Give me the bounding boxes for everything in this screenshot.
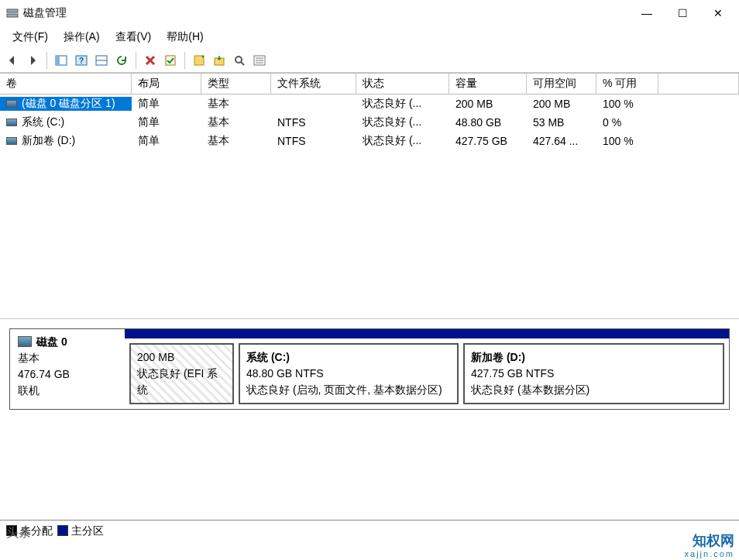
th-fs[interactable]: 文件系统	[271, 74, 356, 94]
partition-size: 427.75 GB NTFS	[471, 366, 717, 382]
td-volume-label: (磁盘 0 磁盘分区 1)	[22, 97, 115, 109]
th-layout[interactable]: 布局	[132, 74, 201, 94]
back-button[interactable]	[3, 51, 22, 70]
console-pane-button[interactable]	[92, 51, 111, 70]
menu-help[interactable]: 帮助(H)	[159, 27, 211, 47]
td-free: 53 MB	[527, 116, 596, 129]
partition-size: 48.80 GB NTFS	[246, 366, 451, 382]
td-volume: 新加卷 (D:)	[0, 134, 132, 148]
td-volume: 系统 (C:)	[0, 115, 132, 129]
legend-primary: 主分区	[71, 524, 104, 537]
disk-icon	[18, 336, 32, 347]
mount-button[interactable]	[210, 51, 229, 70]
table-row[interactable]: (磁盘 0 磁盘分区 1)简单基本状态良好 (...200 MB200 MB10…	[0, 94, 739, 113]
disk-size: 476.74 GB	[18, 366, 117, 383]
search-button[interactable]	[230, 51, 249, 70]
legend: 未分配 主分区	[0, 520, 739, 542]
menu-action[interactable]: 操作(A)	[56, 27, 108, 47]
td-pctfree: 0 %	[596, 116, 658, 129]
partition[interactable]: 200 MB状态良好 (EFI 系统	[129, 343, 234, 404]
close-button[interactable]: ✕	[700, 2, 736, 25]
svg-rect-3	[56, 56, 60, 65]
properties-button[interactable]	[250, 51, 269, 70]
help-button[interactable]: ?	[72, 51, 91, 70]
partition[interactable]: 新加卷 (D:)427.75 GB NTFS状态良好 (基本数据分区)	[463, 343, 724, 404]
toolbar-separator	[136, 52, 136, 69]
disk-kind: 基本	[18, 350, 117, 366]
td-pctfree: 100 %	[596, 135, 658, 147]
th-status[interactable]: 状态	[356, 74, 449, 94]
svg-point-11	[235, 57, 242, 63]
watermark-right: 知权网 xajjn.com	[685, 534, 734, 558]
minimize-button[interactable]: —	[629, 2, 665, 25]
td-free: 200 MB	[527, 98, 596, 110]
volume-icon	[6, 137, 17, 145]
disk-card[interactable]: 磁盘 0 基本 476.74 GB 联机 200 MB状态良好 (EFI 系统系…	[9, 328, 730, 410]
th-pctfree[interactable]: % 可用	[596, 74, 658, 94]
delete-button[interactable]	[141, 51, 160, 70]
td-volume-label: 系统 (C:)	[22, 115, 64, 128]
td-type: 基本	[201, 97, 271, 111]
partition-name: 系统 (C:)	[246, 349, 451, 366]
td-status: 状态良好 (...	[356, 134, 449, 148]
svg-rect-1	[7, 14, 18, 17]
legend-swatch-primary	[57, 525, 68, 536]
td-capacity: 200 MB	[449, 98, 527, 110]
watermark-right-sub: xajjn.com	[685, 549, 734, 558]
partition-name: 新加卷 (D:)	[471, 349, 717, 366]
toolbar: ?	[0, 48, 739, 73]
th-extra[interactable]	[658, 74, 739, 94]
disk-label: 磁盘 0 基本 476.74 GB 联机	[10, 329, 125, 409]
volume-icon	[6, 100, 17, 108]
refresh-button[interactable]	[112, 51, 131, 70]
svg-rect-0	[7, 9, 18, 12]
svg-rect-8	[166, 56, 175, 65]
partition-size: 200 MB	[137, 349, 226, 366]
disk-name: 磁盘 0	[36, 335, 67, 348]
table-row[interactable]: 系统 (C:)简单基本NTFS状态良好 (...48.80 GB53 MB0 %	[0, 113, 739, 132]
td-type: 基本	[201, 115, 271, 129]
new-volume-button[interactable]	[190, 51, 208, 70]
commit-button[interactable]	[161, 51, 180, 70]
th-capacity[interactable]: 容量	[449, 74, 527, 94]
disk-graphical-pane: 磁盘 0 基本 476.74 GB 联机 200 MB状态良好 (EFI 系统系…	[0, 319, 739, 520]
td-layout: 简单	[132, 115, 201, 129]
td-pctfree: 100 %	[596, 98, 658, 110]
td-status: 状态良好 (...	[356, 115, 449, 129]
app-icon	[6, 7, 19, 19]
menu-view[interactable]: 查看(V)	[108, 27, 160, 47]
disk-state: 联机	[18, 383, 117, 399]
td-free: 427.64 ...	[527, 135, 596, 147]
td-capacity: 427.75 GB	[449, 135, 527, 147]
th-free[interactable]: 可用空间	[527, 74, 596, 94]
td-volume: (磁盘 0 磁盘分区 1)	[0, 97, 132, 111]
toolbar-separator	[46, 52, 47, 69]
td-status: 状态良好 (...	[356, 97, 449, 111]
menu-bar: 文件(F) 操作(A) 查看(V) 帮助(H)	[0, 26, 739, 48]
td-capacity: 48.80 GB	[449, 116, 527, 129]
disk-partitions: 200 MB状态良好 (EFI 系统系统 (C:)48.80 GB NTFS状态…	[125, 329, 729, 409]
partition[interactable]: 系统 (C:)48.80 GB NTFS状态良好 (启动, 页面文件, 基本数据…	[239, 343, 459, 404]
toolbar-separator	[184, 52, 185, 69]
partition-info: 状态良好 (EFI 系统	[137, 366, 226, 398]
partition-info: 状态良好 (基本数据分区)	[471, 382, 717, 398]
td-layout: 简单	[132, 134, 201, 148]
td-volume-label: 新加卷 (D:)	[22, 134, 75, 146]
table-row[interactable]: 新加卷 (D:)简单基本NTFS状态良好 (...427.75 GB427.64…	[0, 132, 739, 150]
maximize-button[interactable]: ☐	[665, 2, 700, 25]
volume-icon	[6, 119, 17, 126]
forward-button[interactable]	[23, 51, 42, 70]
td-fs: NTFS	[271, 116, 356, 129]
title-bar: 磁盘管理 — ☐ ✕	[0, 0, 739, 26]
td-type: 基本	[201, 134, 271, 148]
svg-text:?: ?	[79, 57, 84, 65]
volume-table-header: 卷 布局 类型 文件系统 状态 容量 可用空间 % 可用	[0, 73, 739, 94]
show-hide-tree-button[interactable]	[52, 51, 70, 70]
partition-info: 状态良好 (启动, 页面文件, 基本数据分区)	[246, 382, 451, 398]
window-title: 磁盘管理	[23, 6, 67, 20]
th-volume[interactable]: 卷	[0, 74, 132, 94]
watermark-left: 头条	[6, 525, 31, 541]
menu-file[interactable]: 文件(F)	[5, 27, 56, 47]
disk-strip	[125, 329, 729, 338]
th-type[interactable]: 类型	[201, 74, 271, 94]
